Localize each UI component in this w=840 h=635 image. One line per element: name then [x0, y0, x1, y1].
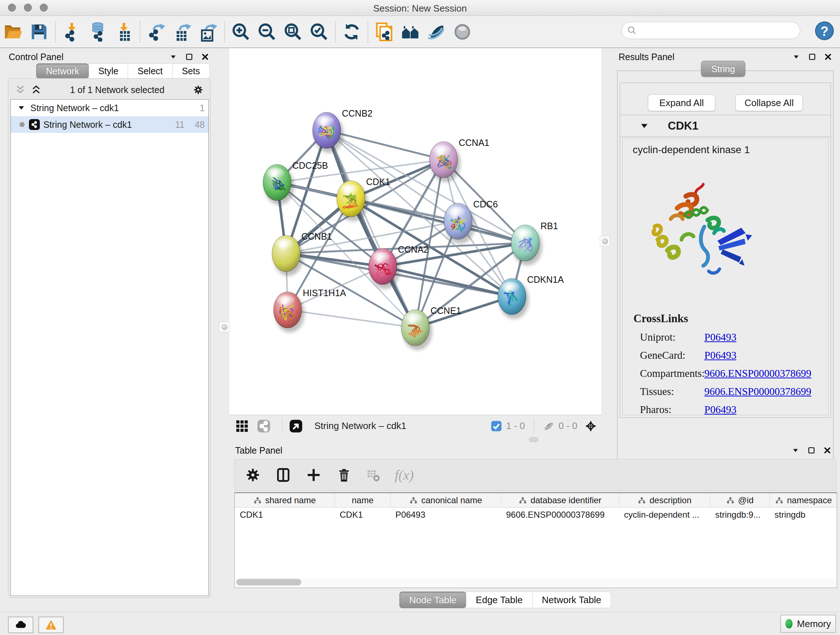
export-network-button[interactable]	[143, 21, 169, 43]
network-node-CCNA2[interactable]: CCNA2	[369, 244, 429, 289]
import-network-button[interactable]	[58, 21, 85, 43]
zoom-in-button[interactable]	[228, 21, 254, 43]
network-canvas[interactable]: CDK1CCNB1CCNB2CCNA1CCNA2CCNE1CDC25BCDC6C…	[229, 48, 601, 415]
zoom-selected-button[interactable]	[306, 21, 332, 43]
network-node-HIST1H1A[interactable]: HIST1H1A	[273, 288, 346, 333]
network-options-gear-icon[interactable]	[193, 84, 204, 95]
node-label: CDC25B	[292, 160, 328, 171]
crosslink-link[interactable]: 9606.ENSP00000378699	[704, 386, 812, 397]
tab-select[interactable]: Select	[128, 63, 172, 79]
panel-menu-icon[interactable]	[791, 447, 799, 454]
export-image-button[interactable]	[195, 21, 221, 43]
hidden-eye-slash-icon[interactable]	[543, 420, 555, 432]
network-node-CCNB2[interactable]: CCNB2	[313, 108, 373, 153]
crosslink-link[interactable]: P06493	[704, 404, 737, 416]
section-collapse-icon[interactable]	[639, 121, 649, 131]
column-header--id[interactable]: @id	[710, 493, 769, 508]
grid-view-icon[interactable]	[234, 418, 250, 434]
column-label: name	[352, 495, 373, 505]
import-table-button[interactable]	[111, 21, 137, 43]
right-splitter-handle[interactable]	[600, 236, 610, 246]
table-options-gear-icon[interactable]	[245, 467, 261, 483]
panel-menu-icon[interactable]	[169, 53, 177, 61]
column-header-canonical-name[interactable]: canonical name	[390, 493, 501, 508]
column-header-shared-name[interactable]: shared name	[235, 493, 335, 508]
column-header-namespace[interactable]: namespace	[769, 493, 837, 508]
cloud-status-button[interactable]	[8, 616, 33, 633]
search-input[interactable]	[640, 25, 800, 35]
refresh-icon	[342, 22, 362, 42]
crosslink-link[interactable]: P06493	[704, 331, 737, 343]
left-splitter-handle[interactable]	[219, 322, 229, 332]
show-columns-icon[interactable]	[275, 467, 291, 483]
network-node-CDKN1A[interactable]: CDKN1A	[498, 274, 564, 319]
panel-float-icon[interactable]	[185, 53, 193, 61]
warnings-button[interactable]	[38, 616, 64, 633]
panel-close-icon[interactable]	[824, 53, 832, 61]
search-icon	[627, 25, 637, 35]
crosslink-label: GeneCard:	[633, 349, 690, 361]
create-column-plus-icon[interactable]	[306, 467, 322, 483]
help-button[interactable]: ?	[815, 21, 834, 41]
table-cell[interactable]: 9606.ENSP00000378699	[501, 508, 619, 521]
panel-float-icon[interactable]	[807, 447, 815, 454]
import-network-from-database-button[interactable]	[85, 21, 111, 43]
crosslinks-section: CrossLinks Uniprot:P06493GeneCard:P06493…	[633, 312, 812, 416]
table-cell[interactable]: P06493	[390, 508, 501, 521]
birds-eye-view-icon[interactable]	[287, 418, 304, 434]
network-node-RB1[interactable]: RB1	[511, 221, 558, 265]
collapse-all-button[interactable]: Collapse All	[736, 95, 803, 111]
table-cell[interactable]: CDK1	[335, 508, 390, 521]
tab-sets[interactable]: Sets	[172, 63, 210, 79]
column-header-name[interactable]: name	[335, 493, 390, 508]
tree-expand-icon[interactable]	[17, 104, 25, 112]
scrollbar-thumb[interactable]	[236, 579, 302, 585]
clone-network-button[interactable]	[371, 21, 397, 43]
hide-unhide-button[interactable]	[423, 21, 449, 43]
show-graphics-details-button[interactable]	[449, 21, 475, 43]
selected-checkbox-icon[interactable]	[490, 420, 502, 432]
zoom-out-button[interactable]	[254, 21, 280, 43]
horizontal-splitter-handle[interactable]	[529, 437, 538, 442]
table-cell[interactable]: CDK1	[235, 508, 335, 521]
tab-string[interactable]: String	[701, 61, 745, 77]
tab-edge-table[interactable]: Edge Table	[466, 592, 532, 608]
panel-float-icon[interactable]	[808, 53, 816, 61]
table-cell[interactable]: cyclin-dependent ...	[619, 508, 710, 521]
tab-node-table[interactable]: Node Table	[399, 592, 466, 608]
column-header-database-identifier[interactable]: database identifier	[501, 493, 619, 508]
zoom-fit-button[interactable]	[280, 21, 306, 43]
crosslink-link[interactable]: 9606.ENSP00000378699	[704, 367, 812, 379]
tab-network-table[interactable]: Network Table	[532, 592, 611, 608]
column-label: canonical name	[421, 495, 482, 505]
network-node-CCNB1[interactable]: CCNB1	[272, 231, 332, 276]
panel-close-icon[interactable]	[201, 53, 209, 61]
network-node-CDK1[interactable]: CDK1	[337, 177, 390, 221]
table-cell[interactable]: stringdb	[769, 508, 837, 521]
export-table-button[interactable]	[169, 21, 195, 43]
apply-layout-button[interactable]	[339, 21, 365, 43]
column-header-description[interactable]: description	[619, 493, 710, 508]
save-session-button[interactable]	[26, 21, 52, 43]
toolbar-separator	[335, 21, 336, 42]
panel-close-icon[interactable]	[823, 447, 831, 454]
collapse-all-networks-icon[interactable]	[15, 84, 26, 95]
memory-button[interactable]: Memory	[781, 615, 836, 632]
home-button[interactable]	[397, 21, 423, 43]
delete-column-trash-icon[interactable]	[336, 467, 352, 483]
network-collection-row[interactable]: String Network – cdk1 1	[11, 100, 208, 116]
network-row[interactable]: String Network – cdk1 11 48	[11, 116, 208, 133]
network-node-CCNE1[interactable]: CCNE1	[401, 306, 461, 350]
expand-all-button[interactable]: Expand All	[648, 95, 715, 111]
tab-network[interactable]: Network	[36, 63, 88, 79]
crosslink-link[interactable]: P06493	[704, 349, 737, 361]
table-cell[interactable]: stringdb:9...	[710, 508, 769, 521]
gene-name: CDK1	[668, 119, 698, 133]
network-share-icon[interactable]	[256, 418, 272, 434]
open-session-button[interactable]	[0, 21, 26, 43]
tab-style[interactable]: Style	[88, 63, 128, 79]
network-node-CDC6[interactable]: CDC6	[444, 199, 498, 244]
expand-all-networks-icon[interactable]	[31, 84, 42, 95]
fit-selected-crosshair-icon[interactable]	[584, 420, 597, 432]
panel-menu-icon[interactable]	[792, 53, 800, 61]
